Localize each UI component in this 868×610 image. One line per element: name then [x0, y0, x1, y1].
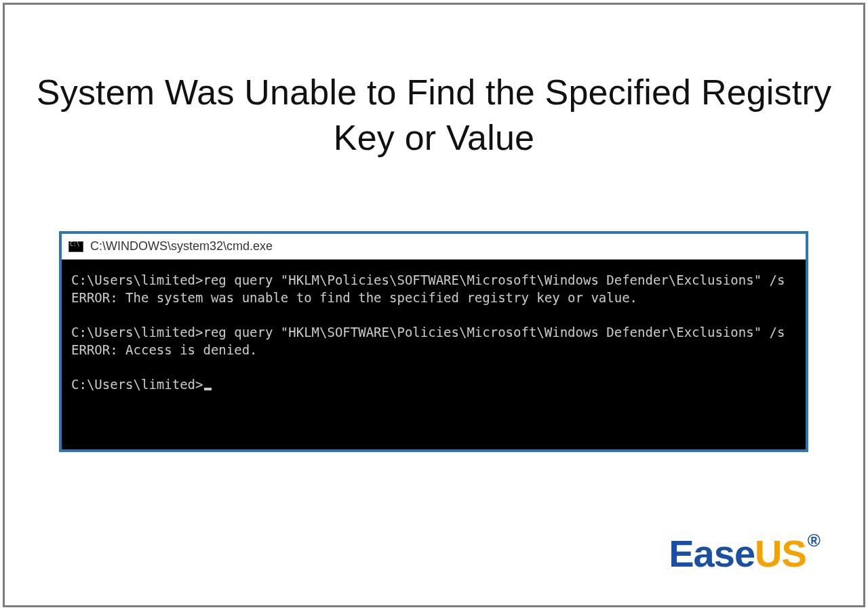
cmd-line: C:\Users\limited>reg query "HKLM\SOFTWAR… — [71, 325, 785, 340]
cmd-window: C:\WINDOWS\system32\cmd.exe C:\Users\lim… — [59, 231, 808, 452]
cmd-icon — [68, 241, 83, 252]
logo-ease: Ease — [669, 532, 755, 575]
cmd-body: C:\Users\limited>reg query "HKLM\Policie… — [62, 260, 806, 449]
cmd-title-text: C:\WINDOWS\system32\cmd.exe — [90, 239, 273, 253]
cmd-line: ERROR: The system was unable to find the… — [71, 290, 637, 305]
cmd-prompt: C:\Users\limited> — [71, 377, 203, 392]
cursor-icon — [204, 388, 212, 390]
cmd-titlebar: C:\WINDOWS\system32\cmd.exe — [62, 234, 806, 260]
registered-icon: ® — [808, 530, 820, 550]
document-frame: System Was Unable to Find the Specified … — [3, 3, 865, 607]
page-title: System Was Unable to Find the Specified … — [5, 70, 863, 160]
brand-logo: EaseUS® — [669, 530, 820, 575]
cmd-line: ERROR: Access is denied. — [71, 342, 258, 357]
logo-us: US — [755, 532, 806, 575]
cmd-line: C:\Users\limited>reg query "HKLM\Policie… — [71, 272, 785, 287]
